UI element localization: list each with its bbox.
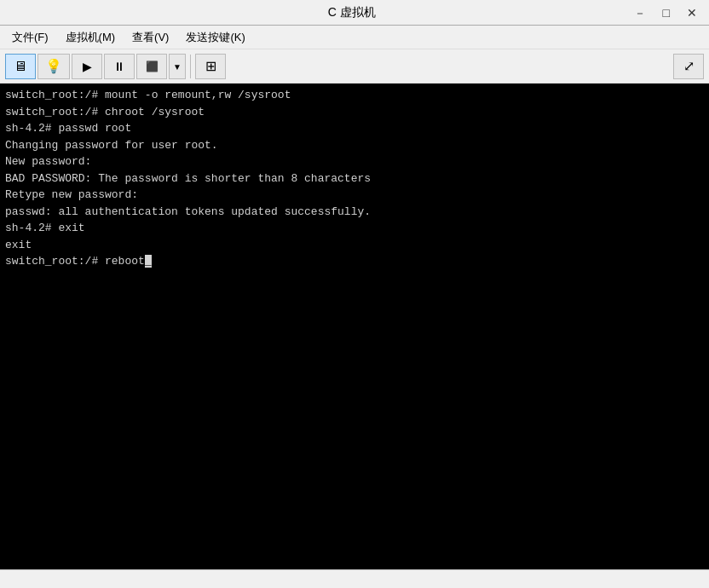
terminal-line: exit <box>5 237 704 254</box>
terminal-line: New password: <box>5 153 704 170</box>
vm-icon <box>205 58 216 74</box>
window-controls: － □ ✕ <box>629 5 702 20</box>
stop-icon <box>146 60 159 72</box>
window-title: C 虚拟机 <box>75 5 629 20</box>
resize-button[interactable] <box>673 54 704 79</box>
menu-vm[interactable]: 虚拟机(M) <box>57 26 124 49</box>
terminal-line: BAD PASSWORD: The password is shorter th… <box>5 170 704 187</box>
terminal-cursor: _ <box>145 255 152 268</box>
vm-snapshot-button[interactable] <box>195 54 226 79</box>
menu-file[interactable]: 文件(F) <box>3 26 57 49</box>
menu-sendkeys[interactable]: 发送按键(K) <box>177 26 253 49</box>
terminal-line: Retype new password: <box>5 187 704 204</box>
play-icon <box>83 60 92 73</box>
toolbar-separator <box>190 55 191 78</box>
terminal-line: passwd: all authentication tokens update… <box>5 204 704 221</box>
menubar: 文件(F) 虚拟机(M) 查看(V) 发送按键(K) <box>0 26 709 49</box>
titlebar: C 虚拟机 － □ ✕ <box>0 0 709 26</box>
terminal-line: sh-4.2# exit <box>5 220 704 237</box>
light-button[interactable] <box>37 54 70 79</box>
terminal-screen[interactable]: switch_root:/# mount -o remount,rw /sysr… <box>0 84 709 569</box>
terminal-line: Changing password for user root. <box>5 137 704 154</box>
play-button[interactable] <box>72 54 102 79</box>
menu-view[interactable]: 查看(V) <box>124 26 177 49</box>
pause-icon <box>113 60 125 73</box>
light-icon <box>45 58 62 74</box>
chevron-down-icon <box>173 60 182 72</box>
toolbar <box>0 49 709 84</box>
maximize-button[interactable]: □ <box>658 5 675 20</box>
pause-button[interactable] <box>104 54 135 79</box>
close-button[interactable]: ✕ <box>682 5 702 20</box>
terminal-line: switch_root:/# mount -o remount,rw /sysr… <box>5 87 704 104</box>
terminal-line: switch_root:/# chroot /sysroot <box>5 104 704 121</box>
screen-icon <box>14 59 27 74</box>
resize-icon <box>683 58 695 74</box>
terminal-line: sh-4.2# passwd root <box>5 120 704 137</box>
terminal-line: switch_root:/# reboot_ <box>5 253 704 270</box>
minimize-button[interactable]: － <box>629 5 651 20</box>
statusbar <box>0 569 709 588</box>
stop-button[interactable] <box>136 54 167 79</box>
screen-button[interactable] <box>5 54 36 79</box>
dropdown-button[interactable] <box>169 54 186 79</box>
